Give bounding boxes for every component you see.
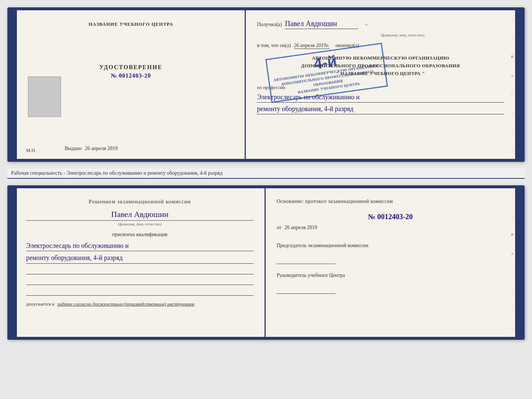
recipient-line: Получил(а) Павел Авдюшин – <box>257 19 504 29</box>
protocol-number: № 0012403-20 <box>277 213 504 221</box>
qualification-label: присвоена квалификация <box>26 232 254 238</box>
chairman-title: Председатель экзаменационной комиссии <box>277 242 504 249</box>
completion-date: 26 апреля 2019г. <box>294 43 330 49</box>
bmark-arrow: ← <box>511 270 514 274</box>
spine-left-bottom <box>10 188 17 337</box>
допускается-label: допускается к <box>26 301 54 307</box>
chairman-sig-line <box>277 257 335 264</box>
left-page-top: НАЗВАНИЕ УЧЕБНОГО ЦЕНТРА УДОСТОВЕРЕНИЕ №… <box>17 10 246 159</box>
chairman-block: Председатель экзаменационной комиссии <box>277 242 504 264</box>
name-sub-bottom: (фамилия, имя, отчество) <box>26 222 254 226</box>
org-name: " НАЗВАНИЕ УЧЕБНОГО ЦЕНТРА " <box>257 70 504 78</box>
bmark-i: И <box>511 233 514 236</box>
bottom-document: Решением экзаменационной комиссии Павел … <box>7 185 525 340</box>
bdash4: – <box>511 307 513 311</box>
mp-label: М.П. <box>26 147 36 153</box>
bottom-left-page: Решением экзаменационной комиссии Павел … <box>17 188 266 337</box>
bdash1: – <box>511 196 513 199</box>
spine-right-bottom <box>515 188 522 337</box>
bmark-a: а <box>511 252 513 255</box>
blank-line3 <box>26 286 254 296</box>
recipient-label: Получил(а) <box>257 22 282 28</box>
school-name-header: НАЗВАНИЕ УЧЕБНОГО ЦЕНТРА <box>89 21 173 27</box>
blank-line1 <box>26 265 254 274</box>
side-marks-bottom-right: – – И а ← – – – <box>509 188 515 337</box>
top-document: НАЗВАНИЕ УЧЕБНОГО ЦЕНТРА УДОСТОВЕРЕНИЕ №… <box>7 7 525 162</box>
head-block: Руководитель учебного Центра <box>277 271 504 294</box>
cert-number: № 0012403-20 <box>99 72 162 79</box>
issued-label: Выдано <box>65 146 82 151</box>
in-that-label: в том, что он(а) <box>257 43 291 49</box>
org-block: АВТОНОМНУЮ НЕКОММЕРЧЕСКУЮ ОРГАНИЗАЦИЮ ДО… <box>257 54 504 77</box>
org-line1: АВТОНОМНУЮ НЕКОММЕРЧЕСКУЮ ОРГАНИЗАЦИЮ <box>257 54 504 62</box>
qual-text1: Электрослесарь по обслуживанию и <box>26 241 254 252</box>
mark-arrow: ← <box>511 92 514 96</box>
bottom-right-page: Основание: протокол экзаменационной коми… <box>266 188 515 337</box>
cert-title-text: УДОСТОВЕРЕНИЕ <box>99 64 162 71</box>
mark-i: И <box>511 55 514 58</box>
name-subtitle-top: (фамилия, имя, отчество) <box>301 33 504 37</box>
bdash5: – <box>511 326 513 329</box>
dash3: – <box>511 111 513 114</box>
dash2: – <box>511 36 513 40</box>
issued-date: Выдано 26 апреля 2019 <box>65 146 234 152</box>
org-line2: ДОПОЛНИТЕЛЬНОГО ПРОФЕССИОНАЛЬНОГО ОБРАЗО… <box>257 62 504 70</box>
dash5: – <box>511 148 513 152</box>
from-date: от 26 апреля 2019 <box>277 225 504 231</box>
from-label: от <box>277 225 281 230</box>
right-page-top: Получил(а) Павел Авдюшин – (фамилия, имя… <box>246 10 515 159</box>
profession-line2: ремонту оборудования, 4-й разряд <box>257 104 504 114</box>
dash1: – <box>511 18 513 21</box>
допускается-value: работе согласно должностным (производств… <box>57 301 194 307</box>
head-title: Руководитель учебного Центра <box>277 271 504 279</box>
bdash2: – <box>511 214 513 218</box>
dash4: – <box>511 129 513 133</box>
recipient-name: Павел Авдюшин <box>285 19 358 29</box>
photo-placeholder <box>28 76 61 117</box>
commission-heading: Решением экзаменационной комиссии <box>26 197 254 206</box>
mark-a: а <box>511 74 513 77</box>
bdash3: – <box>511 289 513 292</box>
osnov-heading: Основание: протокол экзаменационной коми… <box>277 197 504 205</box>
spine-left <box>10 10 17 159</box>
qual-text2: ремонту оборудования, 4-й разряд <box>26 253 254 264</box>
head-sig-line <box>277 286 335 294</box>
from-date-value: 26 апреля 2019 <box>284 225 317 230</box>
separator-text: Рабочая специальность - Электрослесарь п… <box>7 168 525 179</box>
blank-line2 <box>26 276 254 285</box>
person-name-bottom: Павел Авдюшин <box>26 210 254 221</box>
certificate-title-block: УДОСТОВЕРЕНИЕ № 0012403-20 <box>99 64 162 79</box>
side-marks-right: – – И а ← – – – <box>509 10 515 159</box>
spine-right <box>515 10 522 159</box>
допускается-line: допускается к работе согласно должностны… <box>26 301 254 307</box>
issued-date-value: 26 апреля 2019 <box>85 146 118 151</box>
